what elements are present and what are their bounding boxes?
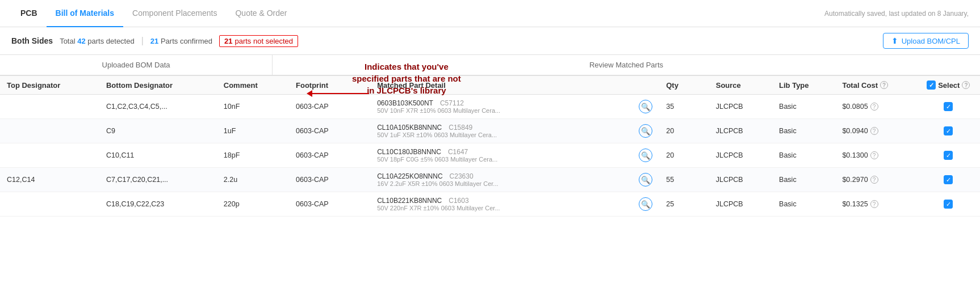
not-selected-num: 21 [224, 37, 232, 45]
confirmed-stat: 21 Parts confirmed [150, 37, 212, 45]
cell-matched-0: 0603B103K500NT C57112 50V 10nF X7R ±10% … [370, 95, 659, 119]
select-help-icon[interactable]: ? [962, 81, 970, 89]
bom-table: Top Designator Bottom Designator Comment… [0, 75, 980, 217]
cell-footprint-0: 0603-CAP [289, 95, 370, 119]
side-label: Both Sides [11, 36, 53, 45]
cell-select-2[interactable]: ✓ [917, 143, 980, 168]
matched-section-label: Review Matched Parts [273, 55, 980, 75]
cell-libtype-3: Basic [772, 168, 835, 192]
row-checkbox-0[interactable]: ✓ [944, 102, 953, 111]
tab-quote[interactable]: Quote & Order [226, 0, 296, 27]
cell-source-2: JLCPCB [709, 143, 772, 168]
col-header-top: Top Designator [0, 76, 99, 95]
cell-libtype-2: Basic [772, 143, 835, 168]
col-header-comment: Comment [217, 76, 289, 95]
bom-section-label: Uploaded BOM Data [0, 55, 273, 75]
cell-matched-2: CL10C180JB8NNNC C1647 50V 18pF C0G ±5% 0… [370, 143, 659, 168]
cell-qty-4: 25 [659, 192, 709, 217]
stat-divider: | [141, 36, 144, 46]
col-header-bottom: Bottom Designator [99, 76, 217, 95]
col-header-footprint: Footprint [289, 76, 370, 95]
cell-comment-2: 18pF [217, 143, 289, 168]
row-checkbox-2[interactable]: ✓ [944, 151, 953, 160]
cell-source-1: JLCPCB [709, 119, 772, 143]
cell-cost-1: $0.0940 ? [835, 119, 916, 143]
cell-matched-3: CL10A225KO8NNNC C23630 16V 2.2uF X5R ±10… [370, 168, 659, 192]
part-main-1: CL10A105KB8NNNC [377, 124, 442, 132]
cost-help-icon-1[interactable]: ? [870, 127, 878, 135]
cell-libtype-1: Basic [772, 119, 835, 143]
part-num-1: C15849 [449, 124, 472, 132]
total-parts-stat: Total 42 parts detected [60, 37, 135, 45]
cell-libtype-4: Basic [772, 192, 835, 217]
cell-top-4 [0, 192, 99, 217]
search-part-button-2[interactable]: 🔍 [639, 149, 652, 162]
search-part-button-3[interactable]: 🔍 [639, 173, 652, 186]
part-main-0: 0603B103K500NT [377, 99, 433, 107]
part-sub-0: 50V 10nF X7R ±10% 0603 Multilayer Cera..… [377, 107, 634, 114]
table-row: C10,C11 18pF 0603-CAP CL10C180JB8NNNC C1… [0, 143, 980, 168]
table-row: C18,C19,C22,C23 220p 0603-CAP CL10B221KB… [0, 192, 980, 217]
search-part-button-1[interactable]: 🔍 [639, 124, 652, 138]
cell-qty-1: 20 [659, 119, 709, 143]
summary-bar: Both Sides Total 42 parts detected | 21 … [0, 27, 980, 55]
cell-qty-0: 35 [659, 95, 709, 119]
cell-bottom-2: C10,C11 [99, 143, 217, 168]
col-header-totalcost: Total Cost ? [835, 76, 916, 95]
table-row: C1,C2,C3,C4,C5,... 10nF 0603-CAP 0603B10… [0, 95, 980, 119]
cell-bottom-4: C18,C19,C22,C23 [99, 192, 217, 217]
table-row: C12,C14 C7,C17,C20,C21,... 2.2u 0603-CAP… [0, 168, 980, 192]
upload-icon: ⬆ [891, 36, 898, 45]
cell-top-0 [0, 95, 99, 119]
cell-select-4[interactable]: ✓ [917, 192, 980, 217]
cell-source-3: JLCPCB [709, 168, 772, 192]
part-main-3: CL10A225KO8NNNC [377, 172, 442, 180]
cell-qty-2: 20 [659, 143, 709, 168]
row-checkbox-3[interactable]: ✓ [944, 175, 953, 184]
cost-help-icon-4[interactable]: ? [870, 200, 878, 208]
not-selected-badge[interactable]: 21 parts not selected [219, 35, 298, 47]
part-num-4: C1603 [449, 197, 468, 205]
cell-source-0: JLCPCB [709, 95, 772, 119]
cost-help-icon-3[interactable]: ? [870, 176, 878, 184]
table-section-headers: Uploaded BOM Data Review Matched Parts [0, 55, 980, 75]
cell-select-3[interactable]: ✓ [917, 168, 980, 192]
tab-placements[interactable]: Component Placements [123, 0, 226, 27]
part-sub-3: 16V 2.2uF X5R ±10% 0603 Multilayer Cer..… [377, 180, 634, 187]
total-cost-help-icon[interactable]: ? [880, 81, 888, 89]
cell-select-1[interactable]: ✓ [917, 119, 980, 143]
cell-bottom-1: C9 [99, 119, 217, 143]
select-all-checkbox[interactable]: ✓ [927, 80, 936, 90]
part-main-2: CL10C180JB8NNNC [377, 148, 441, 156]
upload-bom-button[interactable]: ⬆ Upload BOM/CPL [883, 33, 969, 49]
row-checkbox-1[interactable]: ✓ [944, 126, 953, 135]
part-main-4: CL10B221KB8NNNC [377, 197, 442, 205]
tab-pcb[interactable]: PCB [11, 0, 47, 27]
search-part-button-4[interactable]: 🔍 [639, 197, 652, 211]
col-header-source: Source [709, 76, 772, 95]
part-num-3: C23630 [450, 172, 474, 180]
cell-top-1 [0, 119, 99, 143]
cell-cost-3: $0.2970 ? [835, 168, 916, 192]
cell-cost-2: $0.1300 ? [835, 143, 916, 168]
part-sub-4: 50V 220nF X7R ±10% 0603 Multilayer Cer..… [377, 205, 634, 211]
cell-cost-4: $0.1325 ? [835, 192, 916, 217]
auto-save-status: Automatically saved, last updated on 8 J… [824, 10, 969, 18]
total-parts-num: 42 [77, 37, 85, 45]
col-header-select: ✓ Select ? [917, 76, 980, 95]
cell-matched-4: CL10B221KB8NNNC C1603 50V 220nF X7R ±10%… [370, 192, 659, 217]
cell-cost-0: $0.0805 ? [835, 95, 916, 119]
cell-comment-4: 220p [217, 192, 289, 217]
cell-comment-1: 1uF [217, 119, 289, 143]
row-checkbox-4[interactable]: ✓ [944, 200, 953, 209]
cost-help-icon-2[interactable]: ? [870, 151, 878, 159]
cell-top-3: C12,C14 [0, 168, 99, 192]
col-header-matched: Matched Part Detail [370, 76, 659, 95]
part-sub-2: 50V 18pF C0G ±5% 0603 Multilayer Cera... [377, 156, 634, 163]
cell-select-0[interactable]: ✓ [917, 95, 980, 119]
cell-bottom-3: C7,C17,C20,C21,... [99, 168, 217, 192]
cell-footprint-1: 0603-CAP [289, 119, 370, 143]
tab-bom[interactable]: Bill of Materials [47, 0, 123, 27]
cost-help-icon-0[interactable]: ? [870, 103, 878, 111]
search-part-button-0[interactable]: 🔍 [639, 100, 652, 113]
